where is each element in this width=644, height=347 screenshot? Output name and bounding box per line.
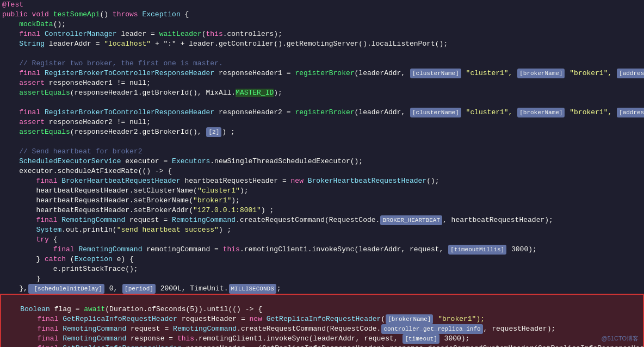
code-line: assert responseHeader2 != null; (0, 117, 644, 127)
code-line: String leaderAddr = "localhost" + ":" + … (0, 39, 644, 49)
code-line: assertEquals(responseHeader1.getBrokerId… (0, 88, 644, 98)
code-line: final BrokerHeartbeatRequestHeader heart… (0, 176, 644, 186)
code-line: public void testSomeApi() throws Excepti… (0, 10, 644, 20)
code-line: final RemotingCommand remotingCommand = … (0, 245, 644, 255)
code-line: final RemotingCommand request = Remoting… (0, 215, 644, 225)
watermark: @51CTO博客 (602, 334, 639, 343)
code-line: final RegisterBrokerToControllerResponse… (0, 69, 644, 78)
code-line (0, 49, 644, 59)
code-line: ScheduledExecutorService executor = Exec… (0, 157, 644, 166)
code-line: final ControllerManager leader = waitLea… (0, 29, 644, 39)
code-line: heartbeatRequestHeader.setClusterName("c… (0, 186, 644, 196)
code-line: try { (0, 235, 644, 245)
code-line: @Test (0, 0, 644, 10)
code-line: final RemotingCommand response = this.re… (0, 334, 644, 344)
code-line (0, 294, 644, 305)
code-content: @Testpublic void testSomeApi() throws Ex… (0, 0, 644, 347)
code-line: }, [scheduleInitDelay] 0, [period] 2000L… (0, 284, 644, 294)
code-line: executor.scheduleAtFixedRate(() -> { (0, 166, 644, 176)
code-line: Boolean flag = await(Duration.ofSeconds(… (0, 305, 644, 314)
code-line: assertEquals(responseHeader2.getBrokerId… (0, 127, 644, 137)
code-line: // Register two broker, the first one is… (0, 59, 644, 69)
code-line: } catch (Exception e) { (0, 255, 644, 264)
code-line (0, 98, 644, 108)
code-line: final RemotingCommand request = Remoting… (0, 324, 644, 334)
code-line: e.printStackTrace(); (0, 264, 644, 274)
code-line: } (0, 274, 644, 284)
code-line: assert responseHeader1 != null; (0, 78, 644, 88)
code-line: // Send heartbeat for broker2 (0, 147, 644, 157)
code-line (0, 137, 644, 147)
code-line: final GetReplicaInfoResponseHeader respo… (0, 344, 644, 347)
code-editor: @Testpublic void testSomeApi() throws Ex… (0, 0, 644, 347)
code-line: System.out.println("send heartbeat succe… (0, 225, 644, 235)
code-line: final GetReplicaInfoRequestHeader reques… (0, 314, 644, 324)
code-line: final RegisterBrokerToControllerResponse… (0, 108, 644, 117)
code-line: mockData(); (0, 20, 644, 29)
code-line: heartbeatRequestHeader.setBrokerName("br… (0, 196, 644, 206)
code-line: heartbeatRequestHeader.setBrokerAddr("12… (0, 206, 644, 215)
